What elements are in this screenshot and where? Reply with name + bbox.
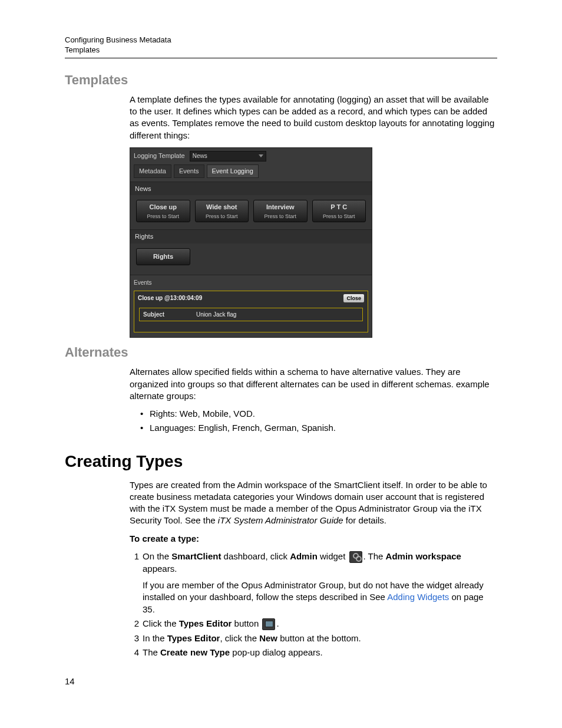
chevron-down-icon — [259, 154, 263, 157]
step-number: 2 — [130, 618, 143, 630]
btn-interview[interactable]: Interview Press to Start — [253, 200, 308, 222]
step-2: 2 Click the Types Editor button . — [130, 618, 497, 630]
creating-types-paragraph: Types are created from the Admin workspa… — [130, 479, 497, 527]
adding-widgets-link[interactable]: Adding Widgets — [387, 592, 449, 602]
alternates-paragraph: Alternates allow specified fields within… — [130, 366, 497, 402]
btn-sub: Press to Start — [196, 213, 249, 220]
bullet-icon: • — [140, 422, 150, 434]
templates-heading: Templates — [65, 73, 497, 88]
creating-types-heading: Creating Types — [65, 452, 497, 471]
step-3: 3 In the Types Editor, click the New but… — [130, 633, 497, 644]
alternates-heading: Alternates — [65, 345, 497, 360]
btn-sub: Press to Start — [137, 213, 190, 220]
logging-template-label: Logging Template — [134, 151, 185, 160]
bullet-icon: • — [140, 408, 150, 420]
tab-event-logging[interactable]: Event Logging — [207, 164, 259, 178]
event-close-button[interactable]: Close — [343, 294, 364, 302]
procedure-heading: To create a type: — [130, 533, 497, 545]
events-label: Events — [130, 275, 372, 289]
logging-template-dropdown-value: News — [193, 152, 207, 160]
event-field: Subject Union Jack flag — [139, 308, 363, 322]
header-rule — [65, 58, 497, 58]
step-1: 1 On the SmartClient dashboard, click Ad… — [130, 551, 497, 615]
btn-rights[interactable]: Rights — [136, 248, 190, 265]
event-field-value: Union Jack flag — [193, 308, 240, 321]
step-number: 1 — [130, 551, 143, 562]
bullet-item: • Languages: English, French, German, Sp… — [140, 422, 497, 434]
btn-sub: Press to Start — [313, 213, 366, 220]
step-number: 3 — [130, 633, 143, 644]
btn-title: Close up — [137, 203, 190, 212]
admin-widget-icon — [349, 551, 362, 563]
bullet-item: • Rights: Web, Mobile, VOD. — [140, 408, 497, 420]
logging-template-dropdown[interactable]: News — [190, 151, 266, 162]
page-number: 14 — [65, 676, 497, 686]
bullet-text: Languages: English, French, German, Span… — [150, 422, 336, 434]
logging-template-selector-row: Logging Template News — [130, 148, 372, 164]
header-line2: Templates — [65, 45, 497, 55]
btn-title: Interview — [254, 203, 307, 212]
btn-title: Wide shot — [196, 203, 249, 212]
event-title: Close up @13:00:04:09 — [138, 294, 202, 302]
event-item: Close up @13:00:04:09 Close Subject Unio… — [134, 291, 368, 333]
btn-ptc[interactable]: P T C Press to Start — [312, 200, 366, 222]
templates-paragraph: A template defines the types available f… — [130, 94, 497, 141]
btn-title: P T C — [313, 203, 366, 212]
btn-sub: Press to Start — [254, 213, 307, 220]
header-line1: Configuring Business Metadata — [65, 35, 497, 45]
btn-close-up[interactable]: Close up Press to Start — [136, 200, 190, 222]
event-field-label: Subject — [140, 308, 193, 321]
section-rights: Rights — [130, 229, 372, 243]
bullet-text: Rights: Web, Mobile, VOD. — [150, 408, 255, 420]
step-number: 4 — [130, 647, 143, 658]
btn-wide-shot[interactable]: Wide shot Press to Start — [195, 200, 249, 222]
section-news: News — [130, 182, 372, 196]
tab-events[interactable]: Events — [174, 164, 204, 178]
step-4: 4 The Create new Type pop-up dialog appe… — [130, 647, 497, 658]
types-editor-icon — [262, 618, 275, 630]
tab-metadata[interactable]: Metadata — [134, 164, 171, 178]
logging-template-screenshot: Logging Template News Metadata Events Ev… — [130, 147, 372, 338]
